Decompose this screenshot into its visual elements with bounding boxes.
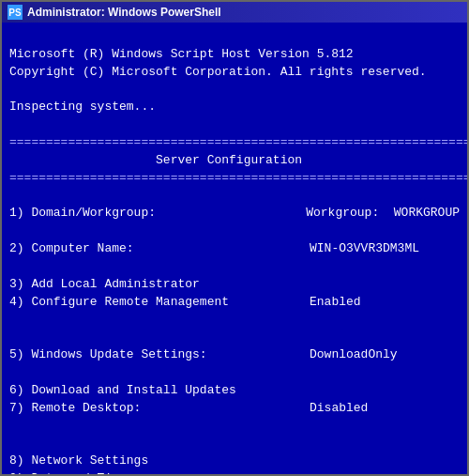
line-blank3 — [9, 189, 17, 203]
item8-label: 8) Network Settings — [9, 453, 148, 468]
line-blank5 — [9, 436, 17, 450]
title-bar: PS Administrator: Windows PowerShell — [2, 2, 467, 23]
line-blank2 — [9, 117, 17, 131]
item4-value: Enabled — [310, 294, 460, 312]
item7-value: Disabled — [310, 400, 460, 418]
powershell-window: PS Administrator: Windows PowerShell Mic… — [0, 0, 469, 476]
item5-value: DownloadOnly — [310, 346, 460, 364]
menu-item-4: 4) Configure Remote Management Enabled — [9, 294, 460, 312]
item2-label: 2) Computer Name: — [9, 240, 310, 258]
item1-value: Workgroup: WORKGROUP — [306, 205, 460, 223]
menu-item-2: 2) Computer Name: WIN-O3VVR3DM3ML — [9, 240, 460, 258]
line-blank4 — [9, 330, 17, 344]
item4-label: 4) Configure Remote Management — [9, 294, 310, 312]
item5-label: 5) Windows Update Settings: — [9, 346, 310, 364]
item7-label: 7) Remote Desktop: — [9, 400, 310, 418]
window-icon: PS — [8, 5, 23, 20]
item9-label: 9) Date and Time — [9, 471, 127, 474]
terminal-output[interactable]: Microsoft (R) Windows Script Host Versio… — [2, 23, 467, 474]
item3-label: 3) Add Local Administrator — [9, 277, 200, 291]
line-copyright2: Copyright (C) Microsoft Corporation. All… — [9, 65, 427, 79]
item1-label: 1) Domain/Workgroup: — [9, 205, 306, 223]
line-blank1 — [9, 83, 17, 97]
menu-item-5: 5) Windows Update Settings: DownloadOnly — [9, 346, 460, 364]
separator-bottom: ========================================… — [9, 171, 467, 185]
section-header: Server Configuration — [9, 153, 302, 167]
window-title: Administrator: Windows PowerShell — [27, 6, 221, 19]
item6-label: 6) Download and Install Updates — [9, 383, 236, 397]
menu-item-7: 7) Remote Desktop: Disabled — [9, 400, 460, 418]
line-copyright1: Microsoft (R) Windows Script Host Versio… — [9, 47, 354, 61]
menu-item-1: 1) Domain/Workgroup: Workgroup: WORKGROU… — [9, 205, 460, 223]
separator-top: ========================================… — [9, 135, 467, 149]
item2-value: WIN-O3VVR3DM3ML — [310, 240, 460, 258]
line-inspecting: Inspecting system... — [9, 100, 156, 114]
